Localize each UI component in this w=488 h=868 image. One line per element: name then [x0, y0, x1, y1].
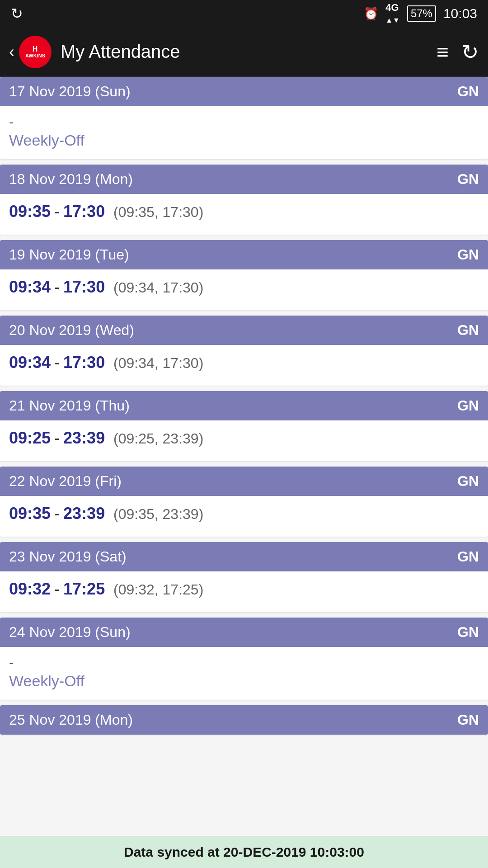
card-shift: GN: [457, 322, 479, 339]
card-header: 18 Nov 2019 (Mon)GN: [0, 165, 488, 194]
status-bar: ↻ ⏰ 4G▲▼ 57% 10:03: [0, 0, 488, 27]
card-body: 09:32-17:25 (09:32, 17:25): [0, 571, 488, 612]
time-detail: (09:35, 17:30): [109, 204, 203, 220]
time-detail: (09:34, 17:30): [109, 355, 203, 371]
time-start: 09:32: [9, 580, 51, 598]
time-range: 09:35-23:39 (09:35, 23:39): [9, 504, 479, 523]
attendance-card[interactable]: 22 Nov 2019 (Fri)GN09:35-23:39 (09:35, 2…: [0, 467, 488, 537]
sync-bar: Data synced at 20-DEC-2019 10:03:00: [0, 836, 488, 868]
card-body: 09:35-23:39 (09:35, 23:39): [0, 496, 488, 537]
attendance-card[interactable]: 19 Nov 2019 (Tue)GN09:34-17:30 (09:34, 1…: [0, 240, 488, 310]
card-date: 20 Nov 2019 (Wed): [9, 322, 134, 339]
sync-text: Data synced at 20-DEC-2019 10:03:00: [124, 844, 364, 859]
time-separator: -: [54, 278, 60, 296]
time-range: 09:32-17:25 (09:32, 17:25): [9, 580, 479, 599]
card-body: 09:34-17:30 (09:34, 17:30): [0, 269, 488, 310]
attendance-card[interactable]: 21 Nov 2019 (Thu)GN09:25-23:39 (09:25, 2…: [0, 391, 488, 461]
time-range: 09:35-17:30 (09:35, 17:30): [9, 202, 479, 221]
card-header: 19 Nov 2019 (Tue)GN: [0, 240, 488, 269]
card-header: 22 Nov 2019 (Fri)GN: [0, 467, 488, 496]
time-start: 09:34: [9, 278, 51, 296]
card-date: 25 Nov 2019 (Mon): [9, 712, 133, 728]
card-body: 09:34-17:30 (09:34, 17:30): [0, 345, 488, 386]
card-date: 22 Nov 2019 (Fri): [9, 473, 122, 490]
time-range: 09:25-23:39 (09:25, 23:39): [9, 429, 479, 448]
attendance-card[interactable]: 20 Nov 2019 (Wed)GN09:34-17:30 (09:34, 1…: [0, 316, 488, 386]
time-end: 17:25: [63, 580, 105, 598]
attendance-card[interactable]: 23 Nov 2019 (Sat)GN09:32-17:25 (09:32, 1…: [0, 542, 488, 612]
card-header: 25 Nov 2019 (Mon)GN: [0, 705, 488, 735]
card-shift: GN: [457, 83, 479, 100]
attendance-card[interactable]: 18 Nov 2019 (Mon)GN09:35-17:30 (09:35, 1…: [0, 165, 488, 235]
dash-indicator: -: [9, 655, 479, 670]
attendance-card[interactable]: 17 Nov 2019 (Sun)GN-Weekly-Off: [0, 77, 488, 159]
card-header: 17 Nov 2019 (Sun)GN: [0, 77, 488, 106]
dash-indicator: -: [9, 114, 479, 130]
time-start: 09:35: [9, 202, 51, 221]
time-range: 09:34-17:30 (09:34, 17:30): [9, 278, 479, 297]
page-title: My Attendance: [61, 42, 436, 62]
card-date: 17 Nov 2019 (Sun): [9, 83, 131, 100]
weekly-off-label: Weekly-Off: [9, 672, 479, 690]
clock-time: 10:03: [443, 6, 477, 21]
time-end: 23:39: [63, 504, 105, 523]
card-body: 09:35-17:30 (09:35, 17:30): [0, 194, 488, 235]
card-header: 21 Nov 2019 (Thu)GN: [0, 391, 488, 420]
card-shift: GN: [457, 397, 479, 414]
card-header: 24 Nov 2019 (Sun)GN: [0, 618, 488, 647]
time-range: 09:34-17:30 (09:34, 17:30): [9, 353, 479, 372]
battery-indicator: 57%: [407, 5, 436, 22]
attendance-card[interactable]: 24 Nov 2019 (Sun)GN-Weekly-Off: [0, 618, 488, 700]
time-detail: (09:32, 17:25): [109, 581, 203, 598]
time-detail: (09:25, 23:39): [109, 430, 203, 447]
time-separator: -: [54, 580, 60, 598]
status-left: ↻: [11, 5, 23, 22]
card-body: -Weekly-Off: [0, 106, 488, 159]
time-start: 09:35: [9, 504, 51, 523]
time-detail: (09:34, 17:30): [109, 279, 203, 296]
refresh-button[interactable]: ↻: [461, 40, 479, 64]
card-shift: GN: [457, 246, 479, 263]
time-separator: -: [54, 353, 60, 372]
app-bar: ‹ H AWKINS My Attendance ≡ ↻: [0, 27, 488, 77]
filter-button[interactable]: ≡: [436, 40, 448, 64]
attendance-card[interactable]: 25 Nov 2019 (Mon)GN: [0, 705, 488, 735]
time-start: 09:34: [9, 353, 51, 372]
time-start: 09:25: [9, 429, 51, 447]
time-separator: -: [54, 429, 60, 447]
card-header: 23 Nov 2019 (Sat)GN: [0, 542, 488, 571]
status-right: ⏰ 4G▲▼ 57% 10:03: [364, 2, 477, 25]
refresh-status-icon: ↻: [11, 5, 23, 22]
card-shift: GN: [457, 473, 479, 490]
time-separator: -: [54, 202, 60, 221]
signal-indicator: 4G▲▼: [385, 2, 400, 25]
time-end: 17:30: [63, 353, 105, 372]
app-bar-actions: ≡ ↻: [436, 40, 479, 64]
card-date: 19 Nov 2019 (Tue): [9, 246, 129, 263]
card-shift: GN: [457, 712, 479, 728]
card-shift: GN: [457, 624, 479, 641]
logo-text: H AWKINS: [25, 45, 45, 59]
time-end: 17:30: [63, 202, 105, 221]
alarm-icon: ⏰: [364, 7, 378, 21]
weekly-off-label: Weekly-Off: [9, 132, 479, 149]
card-shift: GN: [457, 171, 479, 188]
card-body: -Weekly-Off: [0, 647, 488, 700]
back-button[interactable]: ‹: [9, 42, 14, 61]
time-detail: (09:35, 23:39): [109, 506, 203, 522]
card-shift: GN: [457, 548, 479, 565]
time-end: 23:39: [63, 429, 105, 447]
card-date: 18 Nov 2019 (Mon): [9, 171, 133, 188]
hawkins-logo: H AWKINS: [19, 36, 52, 68]
time-end: 17:30: [63, 278, 105, 296]
card-body: 09:25-23:39 (09:25, 23:39): [0, 420, 488, 461]
attendance-list: 17 Nov 2019 (Sun)GN-Weekly-Off18 Nov 201…: [0, 77, 488, 735]
time-separator: -: [54, 504, 60, 523]
card-date: 21 Nov 2019 (Thu): [9, 397, 130, 414]
card-date: 24 Nov 2019 (Sun): [9, 624, 131, 641]
card-date: 23 Nov 2019 (Sat): [9, 548, 127, 565]
card-header: 20 Nov 2019 (Wed)GN: [0, 316, 488, 345]
